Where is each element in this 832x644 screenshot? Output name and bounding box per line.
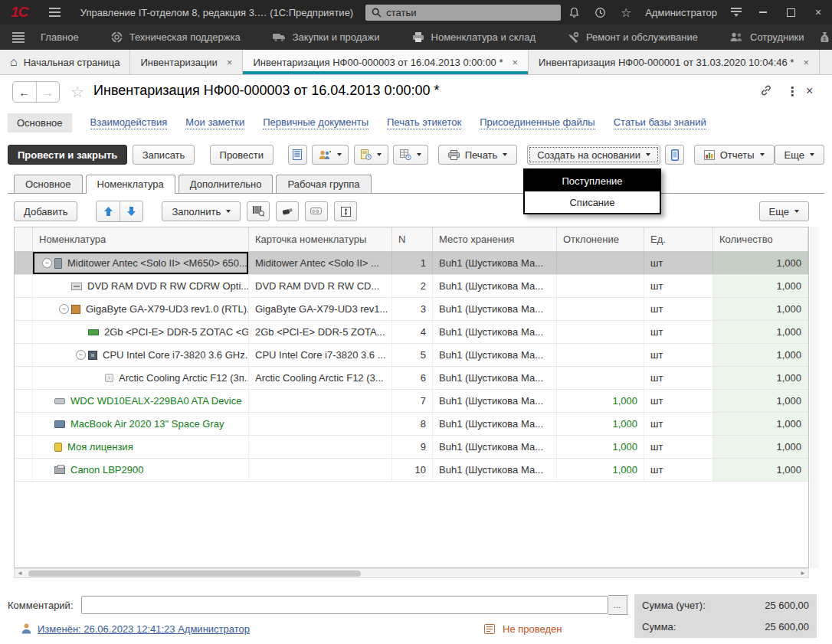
more-button[interactable]: Еще: [775, 145, 824, 165]
col-nomenclature[interactable]: Номенклатура: [33, 227, 249, 251]
table-row[interactable]: 2Gb <PCI-E> DDR-5 ZOTAC <G... 2Gb <PCI-E…: [15, 321, 808, 344]
tree-collapse-icon[interactable]: −: [59, 304, 69, 314]
close-window-button[interactable]: ×: [804, 0, 832, 25]
fill-button[interactable]: Заполнить: [162, 201, 241, 221]
notifications-bell-icon[interactable]: [561, 0, 587, 25]
data-terminal-button[interactable]: [276, 201, 299, 221]
table-row[interactable]: MacBook Air 2020 13" Space Gray 8 Buh1 (…: [15, 413, 808, 436]
col-quantity[interactable]: Количество: [713, 227, 808, 251]
add-favorite-star-icon[interactable]: ☆: [70, 83, 84, 101]
comment-open-button[interactable]: ...: [608, 595, 627, 615]
post-and-close-button[interactable]: Провести и закрыть: [8, 145, 127, 165]
svg-text:$: $: [824, 36, 827, 41]
table-clock-icon: [400, 149, 411, 160]
close-form-icon[interactable]: ×: [806, 84, 813, 98]
menu-tech-support[interactable]: Техническая поддержка: [95, 25, 257, 50]
posting-journal-button[interactable]: [288, 145, 306, 165]
tab-home[interactable]: ⌂ Начальная страница: [0, 50, 130, 74]
col-storage-place[interactable]: Место хранения: [433, 227, 557, 251]
table-row[interactable]: Canon LBP2900 10 Buh1 (Шустикова Ма... 1…: [15, 459, 808, 482]
register-records-button[interactable]: [393, 145, 428, 165]
menu-repair-service[interactable]: Ремонт и обслуживание: [552, 25, 714, 50]
navlink-print-labels[interactable]: Печать этикеток: [387, 116, 461, 129]
horizontal-scroll-thumb[interactable]: [28, 570, 361, 577]
menu-item-receipt[interactable]: Поступление: [525, 170, 660, 191]
table-row[interactable]: ›Arctic Cooling Arctic F12 (3п... Arctic…: [15, 367, 808, 390]
history-icon[interactable]: [587, 0, 613, 25]
global-search-input[interactable]: статьи: [365, 5, 561, 21]
tab-main[interactable]: Основное: [14, 175, 83, 193]
cpu-icon: [88, 351, 97, 360]
col-deviation[interactable]: Отклонение: [557, 227, 644, 251]
col-card[interactable]: Карточка номенклатуры: [249, 227, 392, 251]
minimize-button[interactable]: [749, 0, 777, 25]
current-user[interactable]: Администратор: [645, 7, 717, 18]
tab-inventories-list[interactable]: Инвентаризации ×: [130, 50, 243, 74]
vertical-scrollbar[interactable]: [811, 227, 819, 568]
move-row-up-button[interactable]: [97, 201, 120, 221]
add-row-button[interactable]: Добавить: [14, 201, 77, 221]
save-button[interactable]: Записать: [133, 145, 195, 165]
document-history-button[interactable]: [354, 145, 388, 165]
create-based-on-button[interactable]: Создать на основании: [527, 145, 660, 165]
tab-inventory-000001[interactable]: Инвентаризация НФ00-000001 от 31.03.2020…: [529, 50, 820, 74]
truck-icon: [273, 32, 286, 42]
table-row[interactable]: DVD RAM DVD R RW CDRW Opti... DVD RAM DV…: [15, 275, 808, 298]
tree-collapse-icon[interactable]: −: [42, 258, 52, 268]
table-row[interactable]: −GigaByte GA-X79-UD3 rev1.0 (RTL)... Gig…: [15, 298, 808, 321]
comment-input[interactable]: [81, 596, 608, 614]
tab-workgroup[interactable]: Рабочая группа: [276, 175, 371, 193]
navlink-attached-files[interactable]: Присоединенные файлы: [480, 116, 595, 129]
serial-numbers-button[interactable]: 0-9: [305, 201, 328, 221]
main-menu-icon[interactable]: [49, 8, 61, 17]
navlink-main[interactable]: Основное: [8, 113, 72, 132]
create-based-on-menu: Поступление Списание: [523, 168, 661, 214]
move-row-down-button[interactable]: [120, 201, 142, 221]
tree-collapse-icon[interactable]: −: [76, 350, 86, 360]
table-row[interactable]: −Miditower Antec <Solo II> <M650> 650...…: [15, 252, 808, 275]
functions-menu-icon[interactable]: [12, 32, 25, 43]
tab-additional[interactable]: Дополнительно: [179, 175, 274, 193]
tab-nomenclature[interactable]: Номенклатура: [86, 175, 175, 194]
scroll-right-icon[interactable]: ►: [798, 570, 808, 577]
print-button[interactable]: Печать: [438, 145, 518, 165]
navlink-primary-docs[interactable]: Первичные документы: [263, 116, 369, 129]
1c-logo-icon: 1С: [11, 4, 28, 21]
scroll-left-icon[interactable]: ◄: [15, 570, 25, 577]
maximize-button[interactable]: [777, 0, 804, 25]
more-actions-icon[interactable]: ⋮: [786, 84, 798, 99]
laptop-icon: [54, 420, 65, 428]
assign-responsible-button[interactable]: [312, 145, 349, 165]
close-tab-icon[interactable]: ×: [513, 57, 519, 68]
col-unit[interactable]: Ед.: [644, 227, 713, 251]
horizontal-scrollbar[interactable]: ◄ ►: [14, 568, 809, 578]
table-row[interactable]: Моя лицензия 9 Buh1 (Шустикова Ма... 1,0…: [15, 436, 808, 459]
barcode-scan-button[interactable]: [247, 201, 270, 221]
favorites-star-icon[interactable]: ☆: [613, 0, 639, 25]
close-tab-icon[interactable]: ×: [803, 57, 809, 68]
navlink-interactions[interactable]: Взаимодействия: [90, 116, 168, 129]
get-link-icon[interactable]: [760, 84, 772, 96]
menu-main[interactable]: Главное: [25, 25, 95, 50]
table-row[interactable]: −CPU Intel Core i7-3820 3.6 GHz... CPU I…: [15, 344, 808, 367]
service-menu-icon[interactable]: [723, 0, 749, 25]
money-bag-icon[interactable]: $: [820, 31, 830, 43]
forward-button[interactable]: →: [37, 82, 60, 102]
navlink-my-notes[interactable]: Мои заметки: [185, 116, 244, 129]
menu-nomenclature-warehouse[interactable]: Номенклатура и склад: [396, 25, 552, 50]
close-tab-icon[interactable]: ×: [227, 57, 233, 68]
table-more-button[interactable]: Еще: [759, 201, 809, 221]
back-button[interactable]: ←: [13, 82, 37, 102]
mobile-app-button[interactable]: [665, 145, 683, 165]
menu-employees[interactable]: Сотрудники: [714, 25, 820, 50]
menu-purchases-sales[interactable]: Закупки и продажи: [257, 25, 396, 50]
menu-item-writeoff[interactable]: Списание: [525, 191, 660, 213]
tab-inventory-000003[interactable]: Инвентаризация НФ00-000003 от 16.04.2013…: [243, 50, 529, 74]
reports-button[interactable]: Отчеты: [694, 145, 775, 165]
modified-link[interactable]: Изменён: 26.06.2023 12:41:23 Администрат…: [38, 623, 250, 635]
post-button[interactable]: Провести: [210, 145, 274, 165]
col-n[interactable]: N: [392, 227, 433, 251]
table-row[interactable]: WDC WD10EALX-229BA0 ATA Device 7 Buh1 (Ш…: [15, 390, 808, 413]
fit-rows-button[interactable]: [334, 201, 357, 221]
navlink-kb-articles[interactable]: Статьи базы знаний: [614, 116, 706, 129]
